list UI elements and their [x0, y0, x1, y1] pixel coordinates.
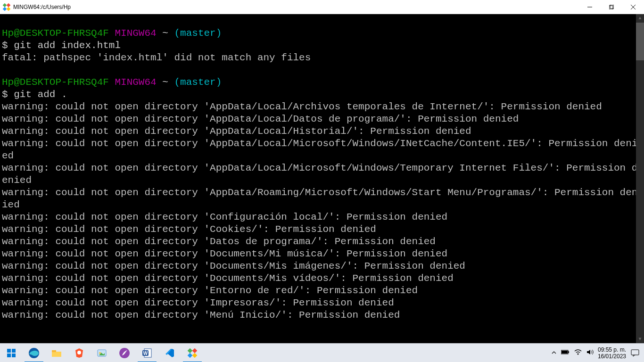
- clock-time: 09:55 p. m.: [598, 346, 626, 353]
- prompt-symbol: $: [2, 89, 8, 100]
- svg-rect-5: [609, 6, 613, 9]
- svg-rect-23: [192, 348, 197, 353]
- svg-point-29: [577, 354, 578, 355]
- scrollbar-up-arrow-icon[interactable]: ▲: [636, 14, 644, 22]
- command-text: git add index.html: [14, 40, 121, 51]
- clock-date: 16/01/2023: [598, 353, 626, 360]
- prompt-shell: MINGW64: [115, 28, 156, 39]
- output-line: warning: could not open directory 'Confi…: [2, 212, 447, 222]
- output-line: warning: could not open directory 'AppDa…: [2, 126, 471, 137]
- taskbar-app-git-bash[interactable]: [181, 344, 204, 362]
- scrollbar-down-arrow-icon[interactable]: ▼: [636, 335, 644, 343]
- windows-taskbar: W 09:55 p. m. 16/01/2023: [0, 343, 644, 362]
- output-line: warning: could not open directory 'Docum…: [2, 273, 454, 284]
- terminal-scrollbar[interactable]: ▲ ▼: [636, 14, 644, 343]
- svg-rect-3: [7, 7, 10, 10]
- svg-rect-10: [12, 349, 16, 353]
- svg-rect-9: [7, 349, 11, 353]
- svg-rect-28: [561, 351, 568, 354]
- window-controls: [579, 0, 644, 14]
- taskbar-app-brave[interactable]: [68, 344, 91, 362]
- output-line: warning: could not open directory 'Datos…: [2, 236, 436, 247]
- prompt-user-host: Hp@DESKTOP-FHRSQ4F: [2, 28, 109, 39]
- prompt-shell: MINGW64: [115, 77, 156, 88]
- window-titlebar: MINGW64:/c/Users/Hp: [0, 0, 644, 14]
- system-tray: 09:55 p. m. 16/01/2023: [552, 346, 644, 360]
- system-clock[interactable]: 09:55 p. m. 16/01/2023: [598, 346, 626, 360]
- minimize-button[interactable]: [579, 0, 601, 14]
- paint-icon: [96, 347, 108, 359]
- output-line: warning: could not open directory 'AppDa…: [2, 114, 519, 124]
- edge-icon: [28, 347, 40, 359]
- maximize-button[interactable]: [601, 0, 622, 14]
- svg-rect-14: [52, 350, 56, 352]
- brave-icon: [73, 347, 85, 359]
- svg-point-15: [77, 351, 81, 354]
- taskbar-app-file-explorer[interactable]: [45, 344, 68, 362]
- close-button[interactable]: [622, 0, 644, 14]
- svg-rect-24: [188, 353, 192, 357]
- svg-rect-1: [7, 3, 10, 7]
- word-icon: W: [141, 347, 153, 359]
- output-line: fatal: pathspec 'index.html' did not mat…: [2, 52, 311, 63]
- taskbar-app-edge[interactable]: [23, 344, 45, 362]
- wifi-icon[interactable]: [574, 349, 582, 356]
- output-line: warning: could not open directory 'Impre…: [2, 297, 394, 308]
- notifications-button[interactable]: [630, 348, 640, 358]
- output-line: warning: could not open directory 'Entor…: [2, 285, 418, 296]
- output-line: warning: could not open directory 'AppDa…: [2, 101, 602, 112]
- svg-rect-12: [12, 354, 16, 357]
- prompt-path: ~: [162, 77, 168, 88]
- svg-rect-27: [568, 351, 569, 353]
- output-line: warning: could not open directory 'AppDa…: [2, 138, 637, 161]
- command-text: git add .: [14, 89, 67, 100]
- svg-rect-0: [3, 3, 7, 7]
- feather-icon: [118, 347, 131, 359]
- taskbar-app-word[interactable]: W: [136, 344, 158, 362]
- terminal-viewport[interactable]: Hp@DESKTOP-FHRSQ4F MINGW64 ~ (master) $ …: [0, 14, 644, 343]
- window-title: MINGW64:/c/Users/Hp: [13, 4, 71, 10]
- output-line: warning: could not open directory 'Cooki…: [2, 224, 376, 235]
- taskbar-pinned-apps: W: [0, 344, 204, 362]
- output-line: warning: could not open directory 'Menú …: [2, 310, 400, 321]
- battery-icon[interactable]: [561, 349, 570, 356]
- tray-icons: [552, 349, 594, 357]
- git-bash-taskbar-icon: [186, 347, 198, 359]
- svg-rect-25: [192, 353, 197, 357]
- output-line: warning: could not open directory 'AppDa…: [2, 187, 637, 210]
- vscode-icon: [164, 347, 176, 359]
- output-line: warning: could not open directory 'Docum…: [2, 261, 465, 272]
- svg-rect-22: [188, 348, 192, 353]
- output-line: warning: could not open directory 'Docum…: [2, 248, 447, 259]
- volume-icon[interactable]: [586, 349, 594, 357]
- svg-rect-30: [631, 350, 639, 355]
- output-line: warning: could not open directory 'AppDa…: [2, 163, 637, 186]
- tray-overflow-icon[interactable]: [552, 350, 556, 356]
- svg-text:W: W: [143, 351, 148, 356]
- titlebar-left: MINGW64:/c/Users/Hp: [0, 3, 71, 11]
- prompt-branch: (master): [174, 28, 222, 39]
- scrollbar-thumb[interactable]: [636, 23, 644, 60]
- git-bash-icon: [3, 3, 10, 11]
- svg-rect-11: [7, 354, 11, 357]
- start-button[interactable]: [0, 344, 23, 362]
- svg-rect-6: [610, 5, 614, 8]
- prompt-path: ~: [162, 28, 168, 39]
- folder-icon: [50, 347, 63, 359]
- prompt-symbol: $: [2, 40, 8, 51]
- prompt-user-host: Hp@DESKTOP-FHRSQ4F: [2, 77, 109, 88]
- svg-rect-2: [3, 7, 7, 10]
- taskbar-app-vscode[interactable]: [158, 344, 181, 362]
- prompt-branch: (master): [174, 77, 222, 88]
- taskbar-app-lightshot[interactable]: [113, 344, 136, 362]
- taskbar-app-paint[interactable]: [91, 344, 113, 362]
